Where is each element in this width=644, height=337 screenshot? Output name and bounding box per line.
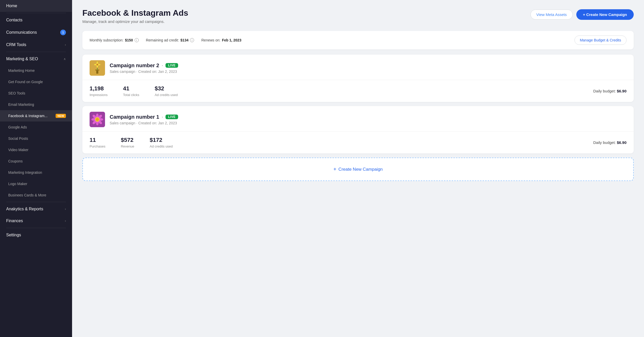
sidebar-email-label: Email Marketing <box>8 102 34 107</box>
campaign-name-1: Campaign number 1 · LIVE <box>110 114 178 120</box>
remaining-value: $134 <box>180 38 188 42</box>
campaign-image-1 <box>90 112 105 127</box>
sidebar-item-contacts[interactable]: Contacts <box>0 14 72 26</box>
sidebar-item-social-posts[interactable]: Social Posts <box>0 133 72 144</box>
stat-revenue: $572 Revenue <box>121 137 134 148</box>
crm-chevron-icon: › <box>65 43 66 47</box>
sidebar-divider-2 <box>6 52 66 52</box>
sidebar-item-finances[interactable]: Finances › <box>0 215 72 227</box>
campaign-card-2: Campaign number 2 · LIVE Sales campaign … <box>82 55 634 102</box>
sidebar-item-get-found-google[interactable]: Get Found on Google <box>0 76 72 88</box>
campaign-name-2: Campaign number 2 · LIVE <box>110 63 178 68</box>
create-new-campaign-box[interactable]: + Create New Campaign <box>82 158 634 181</box>
sidebar-crm-label: CRM Tools <box>6 42 26 47</box>
marketing-chevron-icon: ∧ <box>64 57 66 61</box>
sidebar-marketing-label: Marketing & SEO <box>6 57 38 61</box>
sidebar-analytics-label: Anakytics & Reports <box>6 207 43 211</box>
renews-label: Renews on: <box>201 38 220 42</box>
renews-on-info: Renews on: Feb 1, 2023 <box>201 38 241 42</box>
page-subtitle: Manage, track and optimize your ad campa… <box>82 19 188 24</box>
sidebar-gfg-label: Get Found on Google <box>8 80 43 84</box>
sidebar-item-home[interactable]: Home <box>0 0 72 12</box>
communications-badge: 1 <box>60 30 66 35</box>
sidebar-item-facebook-instagram[interactable]: Facebook & Instagram... NEW <box>0 110 72 122</box>
sidebar-video-label: Video Maker <box>8 148 28 152</box>
monthly-info-icon[interactable]: i <box>135 38 139 42</box>
main-content: Facebook & Instagram Ads Manage, track a… <box>72 0 644 337</box>
sidebar-divider-3 <box>6 202 66 202</box>
campaign-header-1: Campaign number 1 · LIVE Sales campaign … <box>82 106 634 132</box>
remaining-label: Remaining ad credit: <box>146 38 179 42</box>
sidebar-item-email-marketing[interactable]: Email Marketing <box>0 99 72 110</box>
sidebar-contacts-label: Contacts <box>6 18 22 22</box>
sidebar-item-settings[interactable]: Settings <box>0 229 72 241</box>
sidebar-mintegration-label: Marketing Integration <box>8 170 42 175</box>
sidebar-item-coupons[interactable]: Coupons <box>0 155 72 167</box>
svg-point-20 <box>96 118 99 121</box>
renews-value: Feb 1, 2023 <box>222 38 241 42</box>
create-new-campaign-button-header[interactable]: + Create New Campaign <box>576 9 634 20</box>
analytics-chevron-icon: › <box>65 207 66 211</box>
sidebar-home-label: Home <box>6 4 17 8</box>
campaign-stats-2: 1,198 Impressions 41 Total clicks $32 Ad… <box>82 80 634 102</box>
svg-point-8 <box>94 64 96 65</box>
page-title: Facebook & Instagram Ads <box>82 8 188 18</box>
sidebar-mhome-label: Marketing Home <box>8 68 35 73</box>
campaign-header-2: Campaign number 2 · LIVE Sales campaign … <box>82 55 634 80</box>
header-actions: View Meta Assets + Create New Campaign <box>530 9 634 20</box>
svg-point-5 <box>97 64 98 65</box>
subscription-bar: Monthly subscription: $150 i Remaining a… <box>82 31 634 49</box>
sidebar-item-marketing-seo[interactable]: Marketing & SEO ∧ <box>0 53 72 65</box>
sidebar-settings-label: Settings <box>6 233 21 237</box>
stat-total-clicks: 41 Total clicks <box>123 85 139 97</box>
sidebar-communications-label: Communications <box>6 30 37 35</box>
campaign-title-block-2: Campaign number 2 · LIVE Sales campaign … <box>110 63 178 74</box>
stat-impressions: 1,198 Impressions <box>90 85 108 97</box>
create-new-campaign-label: Create New Campaign <box>338 167 383 172</box>
sidebar-coupons-label: Coupons <box>8 159 23 163</box>
monthly-subscription-info: Monthly subscription: $150 i <box>90 38 139 42</box>
sidebar-logo-label: Logo Maker <box>8 182 27 186</box>
svg-point-9 <box>98 64 100 65</box>
fb-new-badge: NEW <box>56 114 66 118</box>
sidebar-item-marketing-integration[interactable]: Marketing Integration <box>0 167 72 178</box>
campaign-stats-1: 11 Purchases $572 Revenue $172 Ad credit… <box>82 132 634 153</box>
svg-point-6 <box>97 62 98 64</box>
sidebar-fb-label: Facebook & Instagram... <box>8 114 48 118</box>
sidebar-item-logo-maker[interactable]: Logo Maker <box>0 178 72 189</box>
sidebar-finances-label: Finances <box>6 219 23 223</box>
page-title-block: Facebook & Instagram Ads Manage, track a… <box>82 8 188 24</box>
sidebar-divider-1 <box>6 13 66 13</box>
campaign-title-block-1: Campaign number 1 · LIVE Sales campaign … <box>110 114 178 125</box>
svg-rect-1 <box>96 70 98 74</box>
monthly-label: Monthly subscription: <box>90 38 124 42</box>
sidebar-google-label: Google Ads <box>8 125 27 129</box>
view-meta-assets-button[interactable]: View Meta Assets <box>530 10 573 20</box>
manage-budget-button[interactable]: Manage Budget & Credits <box>575 36 626 45</box>
finances-chevron-icon: › <box>65 219 66 223</box>
campaign-subtitle-1: Sales campaign · Created on: Jan 2, 2023 <box>110 121 178 125</box>
campaign-subtitle-2: Sales campaign · Created on: Jan 2, 2023 <box>110 70 178 74</box>
campaign-image-2 <box>90 60 105 76</box>
stat-ad-credits-1: $172 Ad credits used <box>150 137 173 148</box>
campaign-card-1: Campaign number 1 · LIVE Sales campaign … <box>82 106 634 153</box>
sidebar-item-marketing-home[interactable]: Marketing Home <box>0 65 72 76</box>
sidebar-item-analytics[interactable]: Anakytics & Reports › <box>0 203 72 215</box>
sidebar-item-google-ads[interactable]: Google Ads <box>0 122 72 133</box>
sidebar-item-business-cards[interactable]: Businees Cards & More <box>0 189 72 201</box>
daily-budget-2: Daily budget: $6.90 <box>593 89 626 93</box>
monthly-value: $150 <box>125 38 133 42</box>
remaining-info-icon[interactable]: i <box>190 38 194 42</box>
sidebar-item-crm-tools[interactable]: CRM Tools › <box>0 39 72 51</box>
page-header: Facebook & Instagram Ads Manage, track a… <box>82 8 634 24</box>
create-plus-icon: + <box>333 166 336 172</box>
sidebar-seotools-label: SEO Tools <box>8 91 25 95</box>
daily-budget-1: Daily budget: $6.90 <box>593 140 626 145</box>
subscription-actions: Manage Budget & Credits <box>575 36 626 45</box>
sidebar: Home Contacts Communications 1 CRM Tools… <box>0 0 72 337</box>
sidebar-item-seo-tools[interactable]: SEO Tools <box>0 88 72 99</box>
stat-purchases: 11 Purchases <box>90 137 105 148</box>
sidebar-item-video-maker[interactable]: Video Maker <box>0 144 72 155</box>
sidebar-item-communications[interactable]: Communications 1 <box>0 26 72 39</box>
sidebar-biz-label: Businees Cards & More <box>8 193 46 197</box>
